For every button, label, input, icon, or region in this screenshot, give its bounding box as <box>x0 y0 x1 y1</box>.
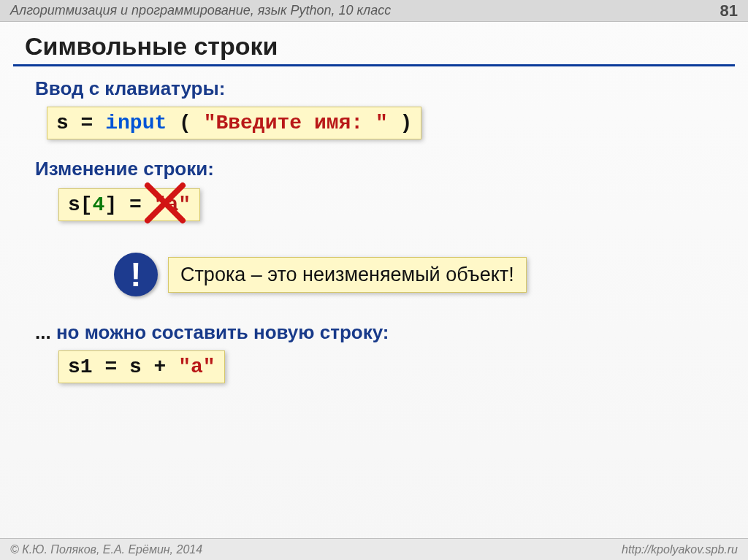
code-string-literal: "Введите имя: " <box>204 112 388 134</box>
page-title: Символьные строки <box>25 32 278 61</box>
footer-bar: © К.Ю. Поляков, Е.А. Ерёмин, 2014 http:/… <box>0 538 748 560</box>
code-assign: s = <box>56 112 105 134</box>
code-concat-rhs: "a" <box>178 356 215 378</box>
section-mutate-heading: Изменение строки: <box>35 158 214 180</box>
section-concat-heading: ... но можно составить новую строку: <box>35 321 389 344</box>
header-bar: Алгоритмизация и программирование, язык … <box>0 0 748 22</box>
page-number: 81 <box>720 1 738 20</box>
callout-text: Строка – это неизменяемый объект! <box>168 257 527 293</box>
code-input: s = input ( "Введите имя: " ) <box>47 107 421 139</box>
breadcrumb: Алгоритмизация и программирование, язык … <box>10 3 391 18</box>
code-concat-lhs: s1 = s + <box>68 356 178 378</box>
code-close-paren: ) <box>388 112 413 134</box>
code-func: input <box>105 112 167 134</box>
slide: Алгоритмизация и программирование, язык … <box>0 0 748 560</box>
code-rhs: "a" <box>154 193 191 216</box>
footer-url: http://kpolyakov.spb.ru <box>622 543 738 556</box>
section-concat-prefix: ... <box>35 321 56 343</box>
copyright: © К.Ю. Поляков, Е.А. Ерёмин, 2014 <box>10 543 202 556</box>
code-mutate: s[4] = "a" <box>58 188 200 221</box>
code-index: 4 <box>93 193 105 216</box>
callout: ! Строка – это неизменяемый объект! <box>114 253 527 296</box>
code-open-paren: ( <box>167 112 203 134</box>
code-lhs-close: ] = <box>104 193 153 216</box>
title-underline <box>13 64 735 66</box>
exclamation-icon: ! <box>114 253 158 296</box>
code-lhs: s[ <box>68 193 93 216</box>
section-input-heading: Ввод с клавиатуры: <box>35 77 225 100</box>
code-concat: s1 = s + "a" <box>58 350 225 383</box>
section-concat-text: но можно составить новую строку: <box>56 321 389 343</box>
